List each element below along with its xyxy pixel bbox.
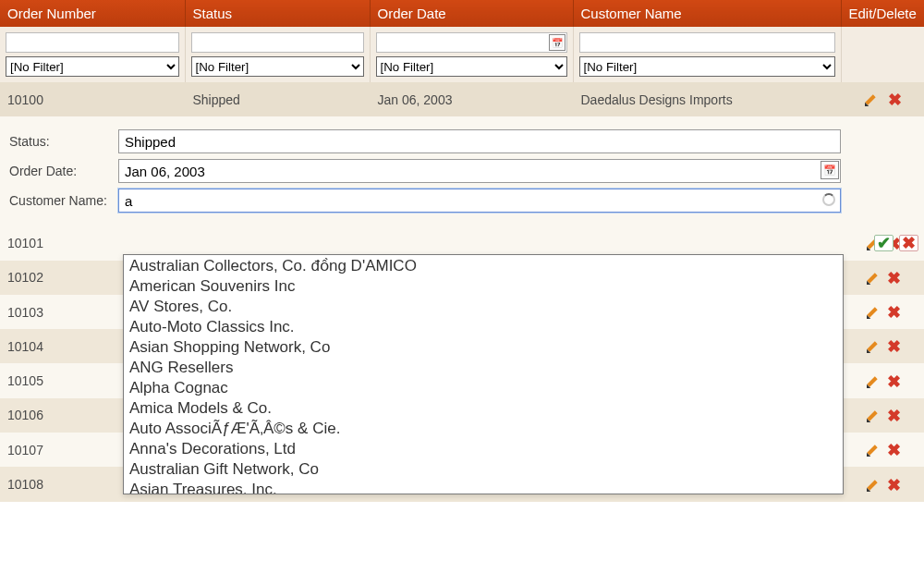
edit-form: Status: Order Date: 📅 Customer Na [0, 116, 924, 226]
edit-status-input[interactable] [118, 129, 841, 153]
autocomplete-option[interactable]: American Souvenirs Inc [124, 276, 843, 297]
delete-icon[interactable]: ✖ [887, 305, 901, 320]
edit-form-row: Status: Order Date: 📅 Customer Na [0, 116, 924, 226]
autocomplete-option[interactable]: Alpha Cognac [124, 378, 843, 398]
delete-icon[interactable]: ✖ [887, 339, 901, 354]
grid-header-row: Order Number Status Order Date Customer … [0, 0, 924, 27]
autocomplete-option[interactable]: Auto AssociÃƒÆ'Ã‚Â©s & Cie. [124, 419, 843, 439]
filter-order-date-select[interactable]: [No Filter] [376, 56, 567, 77]
autocomplete-option[interactable]: Australian Gift Network, Co [124, 459, 843, 480]
table-row[interactable]: 10100 Shipped Jan 06, 2003 Daedalus Desi… [0, 82, 924, 116]
autocomplete-option[interactable]: Asian Treasures, Inc. [124, 480, 843, 494]
confirm-button[interactable]: ✔ [874, 235, 894, 251]
cell-order-date: Jan 06, 2003 [370, 82, 573, 116]
edit-icon[interactable] [865, 443, 880, 457]
calendar-icon[interactable]: 📅 [549, 34, 565, 51]
autocomplete-option[interactable]: Auto-Moto Classics Inc. [124, 317, 843, 337]
edit-icon[interactable] [863, 92, 878, 107]
col-header-customer-name[interactable]: Customer Name [573, 0, 841, 27]
cancel-button[interactable]: ✖ [899, 235, 918, 251]
page-root: Order Number Status Order Date Customer … [0, 0, 924, 502]
autocomplete-option[interactable]: AV Stores, Co. [124, 297, 843, 317]
autocomplete-option[interactable]: Australian Collectors, Co. đồng D'AMICO [124, 255, 843, 276]
filter-status-select[interactable]: [No Filter] [191, 56, 364, 77]
edit-customer-name-input[interactable] [118, 189, 841, 213]
delete-icon[interactable]: ✖ [887, 408, 901, 423]
delete-icon[interactable]: ✖ [887, 374, 901, 389]
edit-icon[interactable] [865, 305, 880, 320]
edit-icon[interactable] [865, 271, 880, 286]
filter-order-number-select[interactable]: [No Filter] [6, 56, 179, 77]
edit-order-date-label: Order Date: [6, 164, 118, 178]
edit-icon[interactable] [865, 478, 880, 493]
filter-status-input[interactable] [191, 32, 364, 53]
customer-autocomplete-dropdown[interactable]: Australian Collectors, Co. đồng D'AMICO … [123, 254, 844, 494]
edit-icon[interactable] [865, 374, 880, 389]
col-header-order-date[interactable]: Order Date [370, 0, 573, 27]
delete-icon[interactable]: ✖ [887, 478, 901, 493]
autocomplete-option[interactable]: ANG Resellers [124, 358, 843, 378]
cell-order-number: 10100 [0, 82, 185, 116]
edit-icon[interactable] [865, 408, 880, 423]
col-header-status[interactable]: Status [185, 0, 370, 27]
filter-order-date-input[interactable] [376, 32, 567, 53]
edit-customer-name-label: Customer Name: [6, 193, 118, 208]
filter-customer-name-input[interactable] [579, 32, 835, 53]
cell-customer-name: Daedalus Designs Imports [573, 82, 841, 116]
grid-filter-row: [No Filter] [No Filter] 📅 [No Filter] [0, 27, 924, 82]
delete-icon[interactable]: ✖ [888, 92, 902, 107]
col-header-edit-delete: Edit/Delete [841, 0, 924, 27]
edit-icon[interactable] [865, 339, 880, 354]
filter-order-number-input[interactable] [6, 32, 179, 53]
autocomplete-option[interactable]: Amica Models & Co. [124, 398, 843, 419]
filter-customer-name-select[interactable]: [No Filter] [579, 56, 835, 77]
autocomplete-option[interactable]: Anna's Decorations, Ltd [124, 439, 843, 459]
calendar-icon[interactable]: 📅 [821, 161, 839, 179]
delete-icon[interactable]: ✖ [887, 443, 901, 457]
delete-icon[interactable]: ✖ [887, 271, 901, 286]
autocomplete-option[interactable]: Asian Shopping Network, Co [124, 337, 843, 358]
edit-confirm-buttons: ✔ ✖ [874, 227, 918, 251]
col-header-order-number[interactable]: Order Number [0, 0, 185, 27]
cell-status: Shipped [185, 82, 370, 116]
edit-status-label: Status: [6, 134, 118, 149]
edit-order-date-input[interactable] [118, 159, 841, 183]
